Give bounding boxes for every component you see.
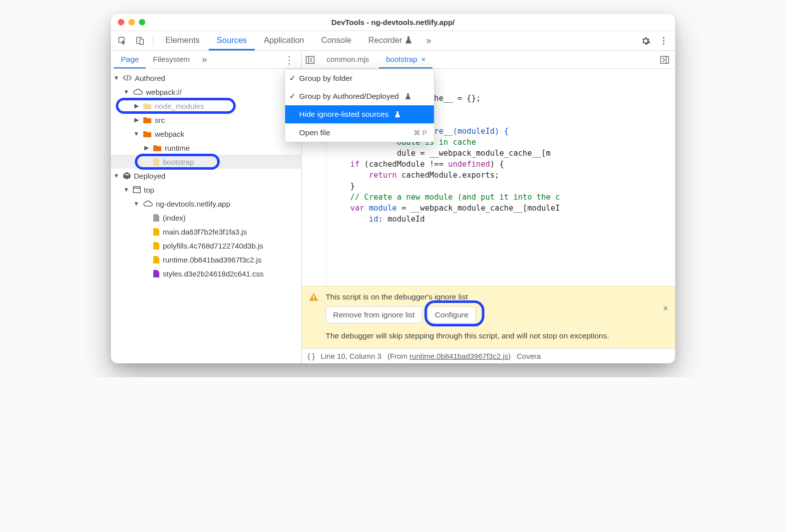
tree-runtime[interactable]: ▶ runtime <box>111 141 301 155</box>
ctx-hide-ignored[interactable]: Hide ignore-listed sources <box>285 105 434 123</box>
svg-rect-2 <box>140 39 143 44</box>
cube-icon <box>123 172 131 180</box>
ctx-label: Group by folder <box>299 74 353 83</box>
toggle-debugger-icon[interactable] <box>660 56 671 64</box>
pretty-print-icon[interactable]: { } <box>308 352 315 360</box>
source-link[interactable]: runtime.0b841bad3967f3c2.js <box>409 352 508 360</box>
tree-polyfills-js[interactable]: polyfills.4c768d7122740d3b.js <box>111 239 301 253</box>
ignore-list-warning: This script is on the debugger's ignore … <box>302 286 675 348</box>
separator <box>153 35 153 46</box>
editor-status-bar: { } Line 10, Column 3 (From runtime.0b84… <box>302 348 675 363</box>
chevron-right-icon: ▶ <box>133 102 140 109</box>
tree-domain[interactable]: ▼ ng-devtools.netlify.app <box>111 197 301 211</box>
tree-bootstrap[interactable]: bootstrap <box>111 155 301 169</box>
file-tab-common[interactable]: common.mjs <box>320 51 376 68</box>
titlebar: DevTools - ng-devtools.netlify.app/ <box>111 14 675 31</box>
shortcut-hint: ⌘ P <box>413 129 427 137</box>
navigator-tabs: Page Filesystem » ⋮ <box>111 51 301 69</box>
ctx-label: Group by Authored/Deployed <box>299 92 399 101</box>
tab-elements[interactable]: Elements <box>157 31 208 50</box>
chevron-right-icon: ▶ <box>143 144 150 151</box>
tree-src[interactable]: ▶ src <box>111 113 301 127</box>
warning-icon <box>309 292 319 301</box>
ctx-label: Hide ignore-listed sources <box>299 110 389 119</box>
source-origin: (From runtime.0b841bad3967f3c2.js) <box>388 352 511 360</box>
ctx-label: Open file <box>299 128 330 137</box>
flask-icon <box>394 111 400 118</box>
tree-webpack-dir[interactable]: ▼ webpack <box>111 127 301 141</box>
tree-node-modules[interactable]: ▶ node_modules <box>111 99 301 113</box>
file-icon <box>153 158 160 166</box>
tree-webpack-root[interactable]: ▼ webpack:// <box>111 85 301 99</box>
tree-label: styles.d3e2b24618d2c641.css <box>163 269 264 278</box>
svg-point-4 <box>663 40 664 41</box>
minimize-window-button[interactable] <box>128 19 135 25</box>
warning-title: This script is on the debugger's ignore … <box>326 292 667 301</box>
file-icon <box>153 242 160 250</box>
zoom-window-button[interactable] <box>139 19 145 25</box>
tree-label: polyfills.4c768d7122740d3b.js <box>163 242 263 250</box>
tree-deployed[interactable]: ▼ Deployed <box>111 169 301 183</box>
tree-label: src <box>155 116 165 124</box>
file-tab-label: bootstrap <box>386 55 417 63</box>
tree-label: Deployed <box>134 172 165 180</box>
ctx-open-file[interactable]: Open file ⌘ P <box>285 124 434 142</box>
close-icon[interactable]: × <box>663 303 668 314</box>
tree-main-js[interactable]: main.da63f7b2fe3f1fa3.js <box>111 225 301 239</box>
navigator-tab-filesystem[interactable]: Filesystem <box>146 51 197 68</box>
code-icon <box>123 74 132 81</box>
main-tab-strip: Elements Sources Application Console Rec… <box>111 31 675 51</box>
remove-ignore-button[interactable]: Remove from ignore list <box>326 306 422 323</box>
more-tabs-chevron-icon[interactable]: » <box>421 35 436 46</box>
chevron-down-icon: ▼ <box>113 74 120 81</box>
ctx-group-authored[interactable]: ✓ Group by Authored/Deployed <box>285 87 434 105</box>
navigator-tab-page[interactable]: Page <box>114 51 146 68</box>
frame-icon <box>133 186 141 193</box>
ctx-group-folder[interactable]: ✓ Group by folder <box>285 69 434 87</box>
tree-label: node_modules <box>155 102 204 110</box>
tree-label: Authored <box>135 74 165 82</box>
traffic-lights <box>118 19 145 25</box>
tab-recorder[interactable]: Recorder <box>361 31 420 50</box>
kebab-icon[interactable] <box>655 32 672 49</box>
flask-icon <box>405 36 412 44</box>
tab-console[interactable]: Console <box>313 31 360 50</box>
toggle-navigator-icon[interactable] <box>306 56 317 64</box>
context-menu: ✓ Group by folder ✓ Group by Authored/De… <box>285 69 434 142</box>
editor-tab-strip: common.mjs bootstrap × <box>302 51 675 69</box>
cloud-icon <box>133 88 143 95</box>
close-icon[interactable]: × <box>421 55 426 63</box>
svg-rect-13 <box>313 299 314 300</box>
tree-label: ng-devtools.netlify.app <box>156 200 230 208</box>
navigator-more-chevron-icon[interactable]: » <box>197 54 212 65</box>
folder-icon <box>153 144 162 152</box>
tree-label: runtime.0b841bad3967f3c2.js <box>163 256 262 264</box>
close-window-button[interactable] <box>118 19 124 25</box>
navigator-kebab-icon[interactable]: ⋮ <box>280 54 298 66</box>
tree-styles-css[interactable]: styles.d3e2b24618d2c641.css <box>111 266 301 280</box>
file-tab-bootstrap[interactable]: bootstrap × <box>379 51 432 68</box>
configure-button[interactable]: Configure <box>427 306 476 323</box>
chevron-down-icon: ▼ <box>113 172 120 179</box>
file-tree[interactable]: ▼ Authored ▼ webpack:// ▶ node_modules ▶ <box>111 69 301 363</box>
panel-body: Page Filesystem » ⋮ ▼ Authored ▼ webpack… <box>111 51 675 363</box>
coverage-hint: Covera <box>517 352 541 360</box>
svg-rect-6 <box>133 187 140 193</box>
inspect-icon[interactable] <box>114 32 131 49</box>
device-toggle-icon[interactable] <box>132 32 149 49</box>
flask-icon <box>405 93 411 100</box>
tab-application[interactable]: Application <box>256 31 312 50</box>
file-icon <box>153 214 160 222</box>
chevron-down-icon: ▼ <box>133 200 140 207</box>
tree-label: top <box>144 186 154 194</box>
gear-icon[interactable] <box>637 32 654 49</box>
navigator-panel: Page Filesystem » ⋮ ▼ Authored ▼ webpack… <box>111 51 302 363</box>
tree-top[interactable]: ▼ top <box>111 183 301 197</box>
tree-authored[interactable]: ▼ Authored <box>111 71 301 85</box>
tree-index[interactable]: (index) <box>111 211 301 225</box>
tree-runtime-js[interactable]: runtime.0b841bad3967f3c2.js <box>111 253 301 266</box>
folder-icon <box>143 102 152 110</box>
tab-sources[interactable]: Sources <box>209 31 255 50</box>
chevron-down-icon: ▼ <box>123 88 130 95</box>
tree-label: bootstrap <box>163 158 194 166</box>
